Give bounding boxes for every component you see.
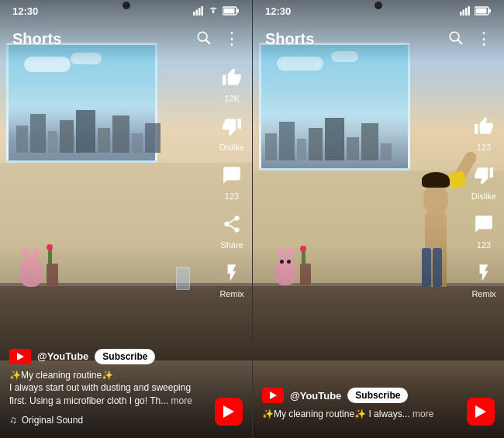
comment-count-left: 123 xyxy=(225,191,239,201)
svg-rect-3 xyxy=(202,6,204,16)
svg-rect-14 xyxy=(476,9,487,14)
channel-row-right: @YouTube Subscribe xyxy=(262,388,456,403)
battery-icon-left xyxy=(223,6,240,16)
yt-shorts-btn-left[interactable] xyxy=(215,398,243,426)
header-left: Shorts ⋮ xyxy=(0,22,252,56)
camera-dot-right xyxy=(375,2,382,9)
camera-dot-left xyxy=(123,2,130,9)
like-icon-right xyxy=(470,112,498,140)
action-buttons-left: 12K Dislike 123 Share Remix xyxy=(218,64,246,298)
svg-line-8 xyxy=(206,40,210,43)
left-panel: 12:30 Shorts ⋮ xyxy=(0,0,252,438)
svg-rect-12 xyxy=(468,6,471,16)
signal-icon-right xyxy=(460,6,471,16)
right-panel: 12:30 Shorts ⋮ xyxy=(252,0,504,438)
header-title-right: Shorts xyxy=(265,30,314,48)
remix-label-left: Remix xyxy=(219,289,243,298)
more-link-left[interactable]: more xyxy=(171,395,192,406)
dislike-icon-left xyxy=(218,112,246,140)
share-label-left: Share xyxy=(220,240,243,250)
more-icon-left[interactable]: ⋮ xyxy=(223,29,240,49)
svg-rect-0 xyxy=(193,12,195,16)
description-line1: ✨My cleaning routine✨ xyxy=(9,370,113,381)
like-icon-left xyxy=(218,64,246,91)
search-icon-left[interactable] xyxy=(195,29,211,49)
share-button-left[interactable]: Share xyxy=(218,210,246,250)
remix-icon-left xyxy=(218,259,246,287)
status-time-left: 12:30 xyxy=(12,5,38,17)
signal-icon-left xyxy=(193,6,204,16)
dislike-icon-right xyxy=(470,161,498,189)
dislike-count-icon-right xyxy=(470,210,498,238)
dislike-button-right[interactable]: Dislike xyxy=(470,161,498,201)
remix-label-right: Remix xyxy=(471,289,495,298)
music-note-icon-left: ♫ xyxy=(9,414,17,426)
svg-rect-6 xyxy=(237,9,240,13)
dislike-label-left: Dislike xyxy=(219,143,244,152)
remix-button-right[interactable]: Remix xyxy=(470,259,498,298)
description-right: ✨My cleaning routine✨ I always... more xyxy=(262,408,456,421)
action-buttons-right: 123 Dislike 123 Remix xyxy=(470,112,498,298)
svg-line-17 xyxy=(458,40,462,43)
comment-icon-left xyxy=(218,161,246,189)
dislike-count-right: 123 xyxy=(477,240,491,250)
like-count-left: 12K xyxy=(224,94,240,103)
channel-row-left: @YouTube Subscribe xyxy=(9,349,204,364)
channel-name-right: @YouTube xyxy=(290,390,341,402)
search-icon-right[interactable] xyxy=(447,29,463,49)
description-left: ✨My cleaning routine✨ I always start out… xyxy=(9,369,204,408)
youtube-logo-left xyxy=(9,349,31,364)
yt-shorts-btn-right[interactable] xyxy=(467,398,495,426)
bottom-info-right: @YouTube Subscribe ✨My cleaning routine✨… xyxy=(253,381,465,438)
buildings-right xyxy=(265,118,392,160)
youtube-logo-right xyxy=(262,388,284,403)
header-title-left: Shorts xyxy=(12,30,61,48)
buildings-left xyxy=(16,110,161,153)
more-link-right[interactable]: more xyxy=(413,409,433,419)
remix-icon-right xyxy=(470,259,498,287)
music-label-left: Original Sound xyxy=(22,415,83,426)
svg-rect-2 xyxy=(198,8,201,16)
description-line2: I always start out with dusting and swee… xyxy=(9,382,191,406)
svg-rect-9 xyxy=(460,12,462,16)
channel-name-left: @YouTube xyxy=(37,350,88,362)
header-icons-right: ⋮ xyxy=(447,29,492,49)
description-text-right: ✨My cleaning routine✨ I always... xyxy=(262,409,410,419)
music-row-left: ♫ Original Sound xyxy=(9,414,204,426)
wifi-icon-left xyxy=(208,7,219,15)
like-button-left[interactable]: 12K xyxy=(218,64,246,103)
like-button-right[interactable]: 123 xyxy=(470,112,498,152)
svg-rect-5 xyxy=(224,9,235,14)
header-right: Shorts ⋮ xyxy=(253,22,504,56)
more-icon-right[interactable]: ⋮ xyxy=(475,29,492,49)
status-time-right: 12:30 xyxy=(265,5,291,17)
like-count-right: 123 xyxy=(477,143,491,152)
remix-button-left[interactable]: Remix xyxy=(218,259,246,298)
bottom-info-left: @YouTube Subscribe ✨My cleaning routine✨… xyxy=(0,343,213,438)
status-icons-left xyxy=(193,6,240,16)
share-icon-left xyxy=(218,210,246,238)
subscribe-button-left[interactable]: Subscribe xyxy=(95,349,155,364)
dislike-count-right-btn[interactable]: 123 xyxy=(470,210,498,250)
svg-rect-11 xyxy=(465,8,468,16)
svg-rect-10 xyxy=(463,10,465,16)
battery-icon-right xyxy=(475,6,492,16)
subscribe-button-right[interactable]: Subscribe xyxy=(347,388,408,403)
dislike-label-right: Dislike xyxy=(471,191,496,201)
svg-rect-1 xyxy=(196,10,198,16)
header-icons-left: ⋮ xyxy=(195,29,240,49)
dislike-button-left[interactable]: Dislike xyxy=(218,112,246,152)
status-icons-right xyxy=(460,6,492,16)
comment-button-left[interactable]: 123 xyxy=(218,161,246,201)
svg-rect-15 xyxy=(489,9,492,13)
